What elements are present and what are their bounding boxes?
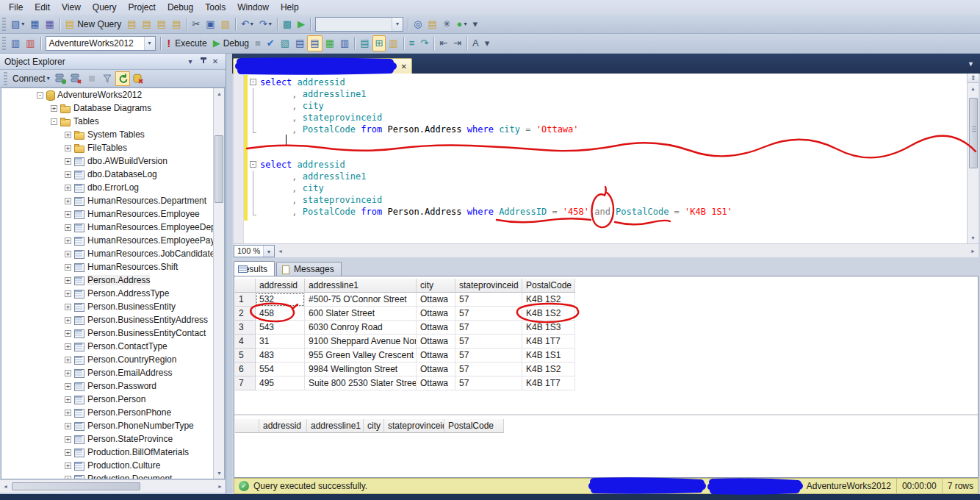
tree-item-person-addresstype[interactable]: +Person.AddressType (1, 287, 224, 300)
menu-help[interactable]: Help (275, 0, 305, 15)
cell-stateprovinceid[interactable]: 57 (455, 321, 522, 335)
scroll-right-icon[interactable]: ► (215, 481, 226, 492)
cell-addressid[interactable]: 554 (256, 362, 305, 376)
expand-icon[interactable]: + (65, 251, 71, 257)
tab-messages[interactable]: Messages (276, 262, 342, 276)
expand-icon[interactable]: + (65, 198, 71, 204)
tree-horizontal-scrollbar[interactable]: ◄ ► (0, 479, 226, 493)
tree-item-system-tables[interactable]: +System Tables (1, 128, 224, 141)
cell-addressid[interactable]: 532 (256, 293, 305, 307)
editor-zoom-combobox[interactable]: 100 % ▾ (234, 245, 275, 257)
include-actual-execution-plan-button[interactable]: ▦ (323, 35, 337, 51)
column-header-addressid[interactable]: addressid (256, 279, 305, 293)
collapse-region-icon[interactable]: - (250, 161, 256, 168)
tab-results[interactable]: Results (234, 261, 275, 276)
expand-icon[interactable]: + (65, 343, 71, 350)
expand-icon[interactable]: + (65, 132, 71, 138)
result-sets-divider[interactable] (234, 414, 978, 415)
cell-city[interactable]: Ottawa (417, 349, 455, 362)
row-number[interactable]: 7 (235, 376, 256, 390)
properties-window-button[interactable]: ▤ (425, 16, 439, 32)
row-number[interactable]: 2 (235, 307, 256, 321)
cut-button[interactable]: ✂ (189, 16, 203, 32)
menu-file[interactable]: File (3, 0, 29, 15)
row-number[interactable]: 4 (235, 335, 256, 349)
expand-icon[interactable]: + (65, 185, 71, 191)
sql-code-editor[interactable]: -- select addressid , addressline1 , cit… (234, 74, 967, 243)
expand-icon[interactable]: + (51, 105, 57, 112)
editor-horizontal-scrollbar[interactable]: 100 % ▾ ◄ ► (234, 243, 979, 257)
expand-icon[interactable]: + (65, 304, 71, 310)
tree-item-production-culture[interactable]: +Production.Culture (1, 459, 224, 472)
expand-icon[interactable]: + (65, 463, 71, 469)
row-number[interactable]: 3 (235, 321, 256, 335)
database-engine-query-button[interactable]: ▤ (124, 16, 139, 32)
expand-icon[interactable]: + (65, 423, 71, 429)
include-client-statistics-button[interactable]: ▥ (337, 35, 352, 51)
uncomment-lines-button[interactable]: ↷ (417, 35, 431, 51)
document-tab[interactable]: ✕ (233, 58, 412, 74)
undo-button[interactable]: ↶▾ (238, 16, 256, 32)
editor-vertical-scrollbar[interactable]: ⇕ ▲ ▼ (967, 74, 979, 243)
analysis-services-xmla-query-button[interactable]: ▤ (169, 16, 184, 32)
cell-addressid[interactable]: 543 (256, 321, 305, 335)
filter-icon[interactable] (100, 71, 115, 86)
new-query-button[interactable]: ▤New Query (62, 16, 124, 32)
expand-icon[interactable]: + (65, 238, 71, 244)
cell-stateprovinceid[interactable]: 57 (455, 307, 522, 321)
display-estimated-execution-plan-button[interactable]: ▧ (278, 35, 292, 51)
tree-item-humanresources-employeedep[interactable]: +HumanResources.EmployeeDep (1, 221, 224, 234)
close-icon[interactable]: ✕ (209, 57, 221, 65)
analysis-services-mdx-query-button[interactable]: ▤ (140, 16, 154, 32)
cell-stateprovinceid[interactable]: 57 (455, 293, 522, 307)
cell-addressid[interactable]: 458 (256, 307, 305, 321)
cell-stateprovinceid[interactable]: 57 (455, 335, 522, 349)
scrollbar-thumb[interactable] (969, 98, 978, 168)
scroll-down-icon[interactable]: ▼ (214, 468, 225, 479)
change-connection-button[interactable]: ▥ (8, 35, 23, 51)
column-header-postalcode[interactable]: PostalCode (522, 279, 575, 293)
cell-postalcode[interactable]: K4B 1S1 (522, 349, 575, 362)
cell-city[interactable]: Ottawa (417, 321, 455, 335)
tree-item-person-emailaddress[interactable]: +Person.EmailAddress (1, 366, 224, 379)
cell-postalcode[interactable]: K4B 1S2 (522, 362, 575, 376)
menu-edit[interactable]: Edit (29, 0, 56, 15)
tree-item-production-document[interactable]: +Production.Document (1, 472, 224, 479)
cell-postalcode[interactable]: K4B 1S3 (522, 321, 575, 335)
cell-city[interactable]: Ottawa (417, 376, 455, 390)
expand-icon[interactable]: + (65, 171, 71, 178)
expand-icon[interactable]: + (65, 410, 71, 416)
menu-window[interactable]: Window (231, 0, 275, 15)
scrollbar-thumb[interactable] (215, 135, 223, 203)
tree-item-humanresources-shift[interactable]: +HumanResources.Shift (1, 260, 224, 274)
tree-item-person-businessentityaddress[interactable]: +Person.BusinessEntityAddress (1, 313, 224, 326)
tree-item-person-address[interactable]: +Person.Address (1, 274, 224, 287)
column-header-addressid[interactable]: addressid (259, 419, 307, 433)
options-button[interactable]: ●▾ (454, 16, 470, 32)
scroll-left-icon[interactable]: ◄ (0, 481, 11, 492)
connect-button[interactable]: Connect ▾ (10, 71, 53, 86)
tree-item-humanresources-department[interactable]: +HumanResources.Department (1, 194, 224, 207)
cell-postalcode[interactable]: K4B 1T7 (522, 376, 575, 390)
tree-item-adventureworks2012[interactable]: -AdventureWorks2012 (1, 88, 224, 101)
column-header-city[interactable]: city (417, 279, 455, 293)
expand-icon[interactable]: + (65, 383, 71, 390)
cell-postalcode[interactable]: K4B 1T7 (522, 335, 575, 349)
external-tools-button[interactable]: ✳ (440, 16, 454, 32)
tree-item-person-businessentitycontact[interactable]: +Person.BusinessEntityContact (1, 326, 224, 340)
specify-values-for-template-parameters-button[interactable]: A (469, 35, 482, 51)
tree-item-humanresources-employeepay[interactable]: +HumanResources.EmployeePay (1, 234, 224, 247)
stop-button[interactable]: ■ (252, 35, 264, 51)
window-position-icon[interactable]: ▾ (184, 57, 196, 65)
cell-city[interactable]: Ottawa (417, 335, 455, 349)
menu-tools[interactable]: Tools (199, 0, 231, 15)
expand-icon[interactable]: + (65, 224, 71, 231)
row-number[interactable]: 5 (235, 349, 256, 362)
collapse-region-icon[interactable]: - (250, 79, 256, 85)
column-header-addressline1[interactable]: addressline1 (307, 419, 364, 433)
save-all-button[interactable]: ▦ (43, 16, 57, 32)
expand-icon[interactable]: + (65, 290, 71, 297)
column-header-stateprovinceid[interactable]: stateprovinceid (384, 419, 444, 433)
results-to-text-button[interactable]: ▤ (357, 35, 372, 51)
tree-vertical-scrollbar[interactable]: ▲ ▼ (213, 88, 224, 479)
